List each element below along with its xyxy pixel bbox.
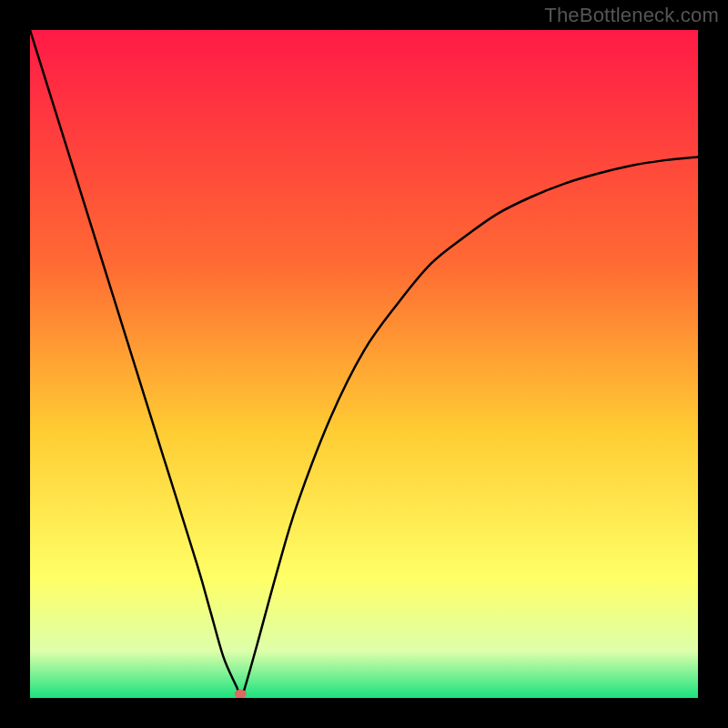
bottleneck-chart xyxy=(30,30,698,698)
gradient-background xyxy=(30,30,698,698)
watermark-text: TheBottleneck.com xyxy=(544,4,719,27)
chart-frame: TheBottleneck.com xyxy=(0,0,728,728)
